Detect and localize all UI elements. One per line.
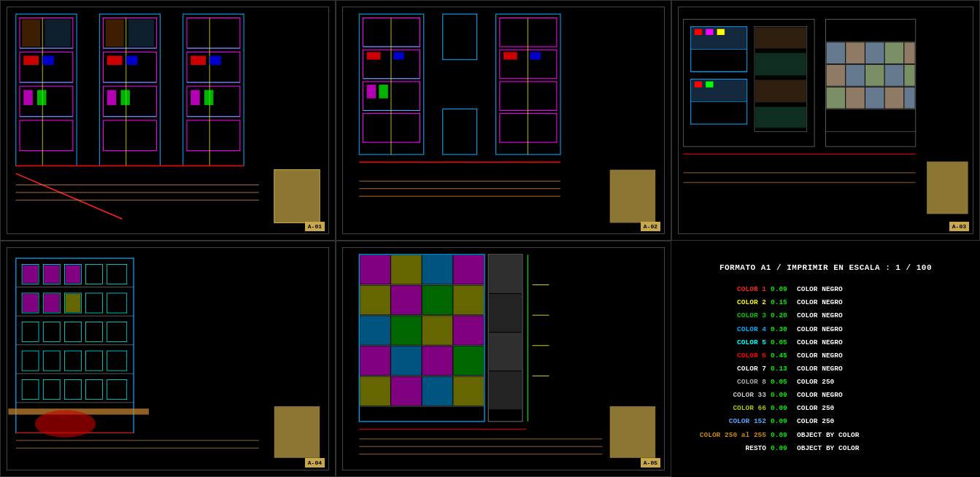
color-dest: COLOR NEGRO [797, 297, 843, 309]
color-value: 0.09 [771, 443, 792, 454]
color-dest: COLOR 250 [797, 376, 834, 388]
color-dest: COLOR NEGRO [797, 337, 843, 349]
main-container: A-01 [0, 0, 980, 477]
panel-a04: A-04 [0, 241, 336, 477]
color-value: 0.09 [771, 389, 792, 401]
color-table: COLOR 10.09COLOR NEGROCOLOR 20.15COLOR N… [686, 284, 965, 454]
color-dest: COLOR NEGRO [797, 310, 843, 322]
color-value: 0.05 [771, 376, 792, 388]
color-row: COLOR 60.45COLOR NEGRO [693, 350, 958, 362]
color-name: COLOR 8 [693, 376, 766, 388]
info-panel: FORMATO A1 / IMPRIMIR EN ESCALA : 1 / 10… [671, 241, 980, 477]
panel-label-a03: A-03 [949, 222, 969, 231]
panel-a02: A-02 [336, 0, 671, 241]
color-dest: COLOR 250 [797, 403, 834, 414]
color-name: COLOR 152 [693, 416, 766, 427]
color-row: COLOR 80.05COLOR 250 [693, 376, 958, 388]
info-title: FORMATO A1 / IMPRIMIR EN ESCALA : 1 / 10… [719, 263, 932, 272]
color-name: COLOR 1 [693, 284, 766, 295]
color-row: COLOR 40.30COLOR NEGRO [693, 324, 958, 336]
panel-a01: A-01 [0, 0, 336, 241]
color-row: COLOR 1520.09COLOR 250 [693, 416, 958, 427]
color-dest: COLOR 250 [797, 416, 834, 427]
color-value: 0.45 [771, 350, 792, 362]
color-name: COLOR 2 [693, 297, 766, 309]
color-dest: COLOR NEGRO [797, 350, 843, 362]
panel-label-a02: A-02 [641, 222, 660, 231]
panel-a03: A-03 [671, 0, 980, 241]
color-value: 0.09 [771, 430, 792, 441]
color-dest: COLOR NEGRO [797, 389, 843, 401]
panel-border-a05 [342, 247, 665, 470]
color-value: 0.20 [771, 310, 792, 322]
panel-border-a02 [342, 7, 665, 234]
panel-border-a03 [678, 7, 973, 234]
color-value: 0.05 [771, 337, 792, 349]
color-value: 0.13 [771, 363, 792, 375]
color-name: COLOR 250 al 255 [693, 430, 766, 441]
panel-border-a04 [7, 247, 329, 470]
panel-label-a01: A-01 [305, 222, 325, 231]
color-dest: COLOR NEGRO [797, 363, 843, 375]
color-dest: OBJECT BY COLOR [797, 443, 860, 454]
color-row: COLOR 30.20COLOR NEGRO [693, 310, 958, 322]
color-dest: COLOR NEGRO [797, 324, 843, 336]
color-value: 0.09 [771, 416, 792, 427]
color-value: 0.09 [771, 284, 792, 295]
color-name: COLOR 6 [693, 350, 766, 362]
color-name: COLOR 3 [693, 310, 766, 322]
color-value: 0.15 [771, 297, 792, 309]
color-row: RESTO0.09OBJECT BY COLOR [693, 443, 958, 454]
color-value: 0.09 [771, 403, 792, 414]
color-row: COLOR 330.09COLOR NEGRO [693, 389, 958, 401]
panel-a05: A-05 [336, 241, 671, 477]
color-row: COLOR 660.09COLOR 250 [693, 403, 958, 414]
color-name: COLOR 7 [693, 363, 766, 375]
color-row: COLOR 250 al 2550.09OBJECT BY COLOR [693, 430, 958, 441]
color-name: COLOR 4 [693, 324, 766, 336]
color-name: RESTO [693, 443, 766, 454]
color-dest: COLOR NEGRO [797, 284, 843, 295]
color-row: COLOR 50.05COLOR NEGRO [693, 337, 958, 349]
color-row: COLOR 10.09COLOR NEGRO [693, 284, 958, 295]
color-dest: OBJECT BY COLOR [797, 430, 860, 441]
color-name: COLOR 5 [693, 337, 766, 349]
color-row: COLOR 20.15COLOR NEGRO [693, 297, 958, 309]
panel-border-a01 [7, 7, 329, 234]
color-row: COLOR 70.13COLOR NEGRO [693, 363, 958, 375]
color-name: COLOR 33 [693, 389, 766, 401]
color-name: COLOR 66 [693, 403, 766, 414]
color-value: 0.30 [771, 324, 792, 336]
panel-label-a05: A-05 [641, 458, 660, 468]
panel-label-a04: A-04 [305, 458, 325, 468]
